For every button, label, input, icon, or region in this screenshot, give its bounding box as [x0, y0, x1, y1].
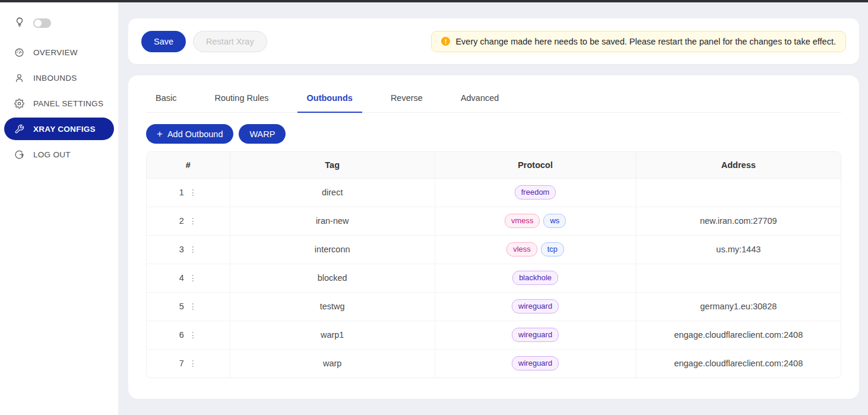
row-number: 3 — [179, 245, 184, 254]
user-icon — [14, 73, 24, 83]
protocol-badge: wireguard — [512, 299, 559, 313]
protocol-cell: wireguard — [435, 292, 636, 321]
table-row: 1⋮directfreedom — [147, 178, 841, 207]
sidebar-item-label: INBOUNDS — [33, 74, 77, 83]
protocol-badge: wireguard — [512, 328, 559, 342]
outbounds-table: #TagProtocolAddress 1⋮directfreedom2⋮ira… — [146, 151, 841, 378]
tag-cell: testwg — [230, 292, 435, 321]
row-menu-icon[interactable]: ⋮ — [189, 302, 197, 311]
main-content: Save Restart Xray ! Every change made he… — [118, 2, 868, 415]
toolbar-card: Save Restart Xray ! Every change made he… — [128, 18, 859, 64]
dashboard-icon — [14, 47, 24, 58]
table-row: 2⋮iran-newvmesswsnew.iran.com:27709 — [147, 207, 841, 235]
dark-mode-toggle[interactable] — [33, 18, 51, 28]
table-row: 7⋮warpwireguardengage.cloudflareclient.c… — [147, 349, 841, 378]
table-header-row: #TagProtocolAddress — [147, 152, 841, 178]
address-cell: us.my:1443 — [636, 235, 841, 264]
protocol-badge: wireguard — [512, 356, 559, 370]
sidebar-item-panel-settings[interactable]: PANEL SETTINGS — [4, 92, 114, 115]
row-menu-icon[interactable]: ⋮ — [189, 188, 197, 197]
sidebar-item-label: LOG OUT — [33, 150, 71, 159]
tag-cell: interconn — [230, 235, 435, 264]
logout-icon — [14, 150, 24, 160]
row-number-cell: 4⋮ — [147, 264, 230, 292]
protocol-cell: freedom — [435, 178, 636, 207]
row-menu-icon[interactable]: ⋮ — [189, 273, 197, 283]
row-number: 4 — [179, 273, 184, 283]
tab-bar: BasicRouting RulesOutboundsReverseAdvanc… — [146, 75, 841, 113]
tag-cell: direct — [230, 178, 435, 207]
column-header-num: # — [147, 152, 230, 178]
wrench-icon — [14, 124, 24, 134]
address-cell: engage.cloudflareclient.com:2408 — [636, 321, 841, 349]
address-cell: new.iran.com:27709 — [636, 207, 841, 235]
protocol-badge: blackhole — [512, 271, 558, 285]
sidebar-item-label: XRAY CONFIGS — [33, 125, 96, 134]
alert-text: Every change made here needs to be saved… — [455, 37, 836, 46]
row-number: 2 — [179, 216, 184, 226]
protocol-cell: blackhole — [435, 264, 636, 292]
warp-button[interactable]: WARP — [239, 124, 286, 144]
protocol-cell: vmessws — [435, 207, 636, 235]
sidebar-nav: OVERVIEW INBOUNDS PANEL SETTINGS XRAY CO… — [0, 41, 118, 166]
xray-configs-card: BasicRouting RulesOutboundsReverseAdvanc… — [128, 75, 859, 399]
tab-outbounds[interactable]: Outbounds — [297, 75, 362, 113]
sidebar-item-inbounds[interactable]: INBOUNDS — [4, 66, 114, 89]
address-cell — [636, 178, 841, 207]
row-number-cell: 7⋮ — [147, 349, 230, 378]
tab-advanced[interactable]: Advanced — [451, 75, 509, 113]
sidebar-item-log-out[interactable]: LOG OUT — [4, 143, 114, 166]
actions-row: + Add Outbound WARP — [146, 124, 841, 144]
protocol-badge: vmess — [505, 214, 540, 228]
toggle-knob — [34, 20, 42, 27]
tab-basic[interactable]: Basic — [146, 75, 186, 113]
save-button[interactable]: Save — [141, 31, 186, 52]
tag-cell: iran-new — [230, 207, 435, 235]
tag-cell: blocked — [230, 264, 435, 292]
theme-row — [0, 13, 118, 38]
table-row: 4⋮blockedblackhole — [147, 264, 841, 292]
tag-cell: warp — [230, 349, 435, 378]
table-row: 6⋮warp1wireguardengage.cloudflareclient.… — [147, 321, 841, 349]
row-number-cell: 2⋮ — [147, 207, 230, 235]
restart-xray-button[interactable]: Restart Xray — [193, 31, 267, 52]
warning-icon: ! — [441, 37, 450, 46]
row-number-cell: 6⋮ — [147, 321, 230, 349]
protocol-cell: wireguard — [435, 349, 636, 378]
row-number-cell: 1⋮ — [147, 178, 230, 207]
protocol-badge: freedom — [515, 185, 556, 199]
sidebar-item-overview[interactable]: OVERVIEW — [4, 41, 114, 64]
address-cell: germany1.eu:30828 — [636, 292, 841, 321]
column-header-tag: Tag — [230, 152, 435, 178]
column-header-protocol: Protocol — [435, 152, 636, 178]
light-bulb-icon — [14, 17, 25, 30]
protocol-badge: ws — [543, 214, 566, 228]
row-number: 1 — [179, 188, 184, 197]
row-number-cell: 3⋮ — [147, 235, 230, 264]
protocol-cell: wireguard — [435, 321, 636, 349]
protocol-cell: vlesstcp — [435, 235, 636, 264]
sidebar-item-label: OVERVIEW — [33, 48, 78, 57]
add-outbound-label: Add Outbound — [167, 129, 223, 139]
tab-reverse[interactable]: Reverse — [381, 75, 432, 113]
gear-icon — [14, 99, 24, 109]
row-menu-icon[interactable]: ⋮ — [189, 245, 197, 254]
column-header-address: Address — [636, 152, 841, 178]
tag-cell: warp1 — [230, 321, 435, 349]
row-number: 5 — [179, 302, 184, 311]
address-cell — [636, 264, 841, 292]
row-menu-icon[interactable]: ⋮ — [189, 330, 197, 340]
sidebar-item-xray-configs[interactable]: XRAY CONFIGS — [4, 118, 114, 140]
save-warning-alert: ! Every change made here needs to be sav… — [431, 31, 846, 52]
table-row: 5⋮testwgwireguardgermany1.eu:30828 — [147, 292, 841, 321]
row-menu-icon[interactable]: ⋮ — [189, 216, 197, 226]
row-number-cell: 5⋮ — [147, 292, 230, 321]
protocol-badge: tcp — [541, 242, 564, 256]
row-menu-icon[interactable]: ⋮ — [189, 359, 197, 368]
sidebar-item-label: PANEL SETTINGS — [33, 99, 103, 108]
plus-icon: + — [157, 129, 163, 139]
sidebar: OVERVIEW INBOUNDS PANEL SETTINGS XRAY CO… — [0, 2, 118, 415]
tab-routing-rules[interactable]: Routing Rules — [205, 75, 278, 113]
add-outbound-button[interactable]: + Add Outbound — [146, 124, 233, 144]
table-row: 3⋮interconnvlesstcpus.my:1443 — [147, 235, 841, 264]
